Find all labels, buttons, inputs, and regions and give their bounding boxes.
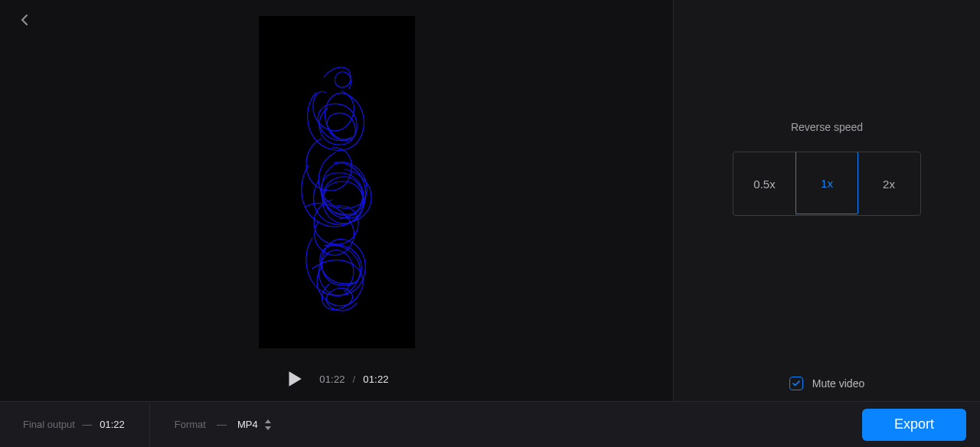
up-down-icon	[264, 419, 272, 430]
dash: —	[83, 419, 93, 430]
mute-label[interactable]: Mute video	[812, 377, 864, 390]
dash: —	[217, 419, 227, 430]
back-button[interactable]	[15, 11, 34, 29]
check-icon	[792, 379, 801, 388]
side-panel: Reverse speed 0.5x 1x 2x Mute video	[674, 0, 980, 401]
video-thumbnail-scribble	[259, 16, 415, 348]
play-button[interactable]	[284, 369, 304, 389]
svg-marker-2	[265, 419, 271, 423]
speed-option-0-5x[interactable]: 0.5x	[733, 152, 796, 215]
final-output-value: 01:22	[100, 419, 125, 430]
section-title-reverse-speed: Reverse speed	[791, 121, 863, 133]
final-output-group: Final output — 01:22	[23, 419, 125, 430]
preview-pane: 01:22 / 01:22	[0, 0, 674, 401]
duration: 01:22	[363, 374, 389, 385]
svg-marker-3	[265, 426, 271, 430]
speed-segmented-control: 0.5x 1x 2x	[733, 152, 921, 216]
chevron-left-icon	[15, 11, 34, 29]
time-display: 01:22 / 01:22	[319, 374, 389, 385]
svg-marker-1	[289, 371, 302, 387]
footer: Final output — 01:22 Format — MP4 Export	[0, 401, 980, 447]
final-output-label: Final output	[23, 419, 75, 430]
play-icon	[284, 369, 304, 389]
speed-option-1x[interactable]: 1x	[795, 152, 858, 214]
footer-divider	[149, 402, 150, 448]
format-value: MP4	[237, 419, 258, 430]
mute-row: Mute video	[674, 377, 980, 390]
format-selector[interactable]: Format — MP4	[175, 419, 272, 430]
format-label: Format	[175, 419, 206, 430]
export-button[interactable]: Export	[862, 409, 966, 441]
speed-option-2x[interactable]: 2x	[858, 152, 920, 215]
video-preview[interactable]	[259, 16, 415, 348]
video-container	[0, 0, 673, 357]
mute-checkbox[interactable]	[789, 377, 803, 390]
current-time: 01:22	[319, 374, 345, 385]
time-separator: /	[353, 374, 356, 385]
playbar: 01:22 / 01:22	[0, 357, 673, 401]
